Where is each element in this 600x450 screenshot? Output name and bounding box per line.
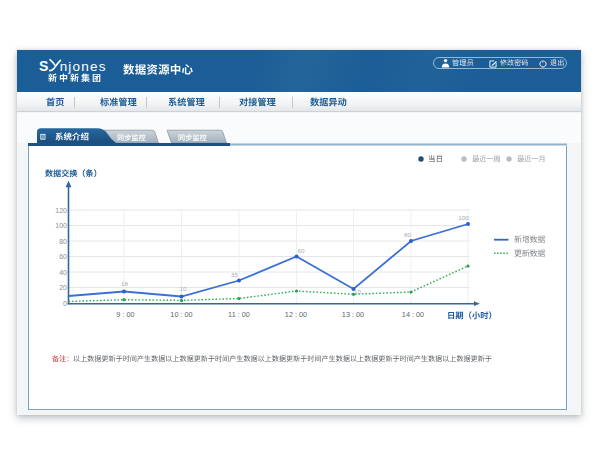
svg-text:10 : 00: 10 : 00 — [170, 310, 192, 319]
svg-text:40: 40 — [59, 269, 67, 276]
svg-text:11 : 00: 11 : 00 — [228, 310, 250, 319]
svg-text:120: 120 — [55, 207, 67, 214]
svg-text:35: 35 — [231, 271, 238, 278]
svg-text:0: 0 — [63, 300, 67, 307]
svg-text:60: 60 — [298, 247, 305, 254]
svg-text:10: 10 — [354, 288, 361, 295]
svg-text:80: 80 — [59, 238, 67, 245]
svg-text:100: 100 — [458, 214, 469, 221]
svg-text:14 : 00: 14 : 00 — [402, 310, 424, 319]
svg-text:100: 100 — [55, 222, 67, 229]
svg-text:10: 10 — [180, 285, 187, 292]
svg-text:12 : 00: 12 : 00 — [285, 310, 307, 319]
svg-text:13 : 00: 13 : 00 — [342, 310, 364, 319]
svg-text:20: 20 — [59, 284, 67, 291]
svg-text:18: 18 — [121, 280, 128, 287]
svg-text:60: 60 — [59, 253, 67, 260]
svg-text:9 : 00: 9 : 00 — [116, 310, 134, 319]
svg-text:80: 80 — [404, 231, 411, 238]
